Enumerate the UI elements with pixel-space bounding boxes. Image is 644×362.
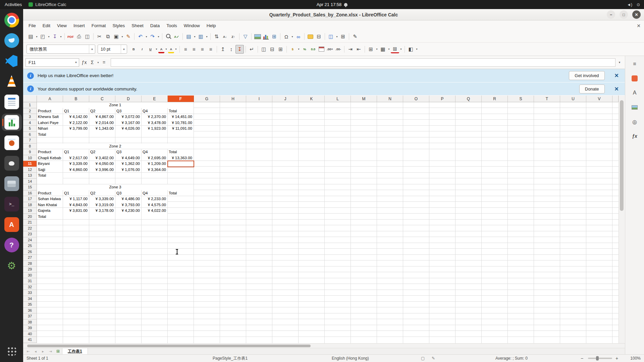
- save-dropdown[interactable]: ▾: [59, 35, 63, 38]
- find-replace-icon[interactable]: [164, 32, 172, 41]
- cell-B9[interactable]: Q1: [63, 149, 89, 155]
- insert-special-character-dropdown[interactable]: ▾: [290, 35, 294, 38]
- cell-F2[interactable]: Total: [168, 108, 194, 114]
- row-header-17[interactable]: 17: [23, 196, 37, 202]
- cell-B3[interactable]: ¥ 4,142.00: [63, 114, 89, 120]
- print-icon[interactable]: ⎙: [75, 32, 83, 41]
- cell-B10[interactable]: ¥ 2,617.00: [63, 155, 89, 161]
- cell-E4[interactable]: ¥ 3,478.00: [142, 120, 167, 126]
- row-header-31[interactable]: 31: [23, 278, 37, 284]
- row-header-9[interactable]: 9: [23, 149, 37, 155]
- column-header-U[interactable]: U: [560, 96, 586, 102]
- font-name-combobox[interactable]: 微软雅黑 ▾: [26, 45, 95, 54]
- sort-ascending-icon[interactable]: A↓: [221, 32, 229, 41]
- wrap-text-icon[interactable]: ↵: [248, 45, 256, 54]
- row-header-13[interactable]: 13: [23, 173, 37, 179]
- column-header-G[interactable]: G: [194, 96, 220, 102]
- clone-formatting-icon[interactable]: ✎: [124, 32, 132, 41]
- name-box-dropdown[interactable]: ▾: [73, 61, 79, 64]
- row-header-21[interactable]: 21: [23, 220, 37, 226]
- freeze-rows-columns-icon[interactable]: ◫: [327, 32, 335, 41]
- row-header-15[interactable]: 15: [23, 184, 37, 190]
- row-dropdown[interactable]: ▾: [193, 35, 197, 38]
- menu-insert[interactable]: Insert: [70, 22, 88, 29]
- open-dropdown[interactable]: ▾: [47, 35, 51, 38]
- cell-D18[interactable]: ¥ 3,793.00: [115, 202, 141, 208]
- cell-A6[interactable]: Total: [37, 132, 63, 137]
- gimp-icon[interactable]: [2, 155, 22, 172]
- column-header-Q[interactable]: Q: [455, 96, 482, 102]
- navigator-icon[interactable]: ◎: [630, 117, 640, 127]
- menu-view[interactable]: View: [54, 22, 70, 29]
- styles-icon[interactable]: A: [630, 88, 640, 98]
- settings-icon[interactable]: ⚙: [2, 257, 22, 274]
- border-color-icon[interactable]: ⊞: [391, 46, 399, 53]
- bold-icon[interactable]: B: [129, 45, 138, 54]
- previous-sheet-icon[interactable]: ◂: [32, 349, 39, 354]
- cell-F5[interactable]: ¥ 11,091.00: [168, 126, 194, 131]
- row-header-37[interactable]: 37: [23, 313, 37, 319]
- cell-E19[interactable]: ¥ 4,022.00: [142, 208, 167, 214]
- row-header-20[interactable]: 20: [23, 214, 37, 220]
- cell-D16[interactable]: Q3: [115, 190, 141, 196]
- activities-button[interactable]: Activities: [5, 2, 22, 7]
- show-applications-icon[interactable]: [2, 343, 22, 360]
- conditional-formatting-icon[interactable]: ◧: [407, 45, 415, 54]
- cell-B16[interactable]: Q1: [63, 190, 89, 196]
- formula-input[interactable]: [111, 58, 615, 67]
- decrease-indent-icon[interactable]: ⇤: [355, 45, 363, 54]
- maximize-button[interactable]: □: [620, 10, 628, 19]
- menu-edit[interactable]: Edit: [39, 22, 54, 29]
- row-header-29[interactable]: 29: [23, 266, 37, 273]
- cell-C17[interactable]: ¥ 3,339.00: [89, 196, 115, 202]
- underline-icon[interactable]: U: [146, 45, 155, 54]
- zoom-out-button[interactable]: −: [581, 356, 583, 361]
- row-header-30[interactable]: 30: [23, 273, 37, 279]
- column-header-V[interactable]: V: [586, 96, 612, 102]
- cell-C4[interactable]: ¥ 2,014.00: [89, 120, 115, 126]
- column-icon[interactable]: ▥: [197, 32, 205, 41]
- cell-E5[interactable]: ¥ 1,923.00: [142, 126, 167, 131]
- column-header-B[interactable]: B: [63, 96, 89, 102]
- row-header-8[interactable]: 8: [23, 143, 37, 149]
- next-sheet-icon[interactable]: ▸: [39, 349, 47, 354]
- cell-B4[interactable]: ¥ 2,122.00: [63, 120, 89, 126]
- row-header-36[interactable]: 36: [23, 308, 37, 314]
- cell-A10[interactable]: Chapli Kebab: [37, 155, 63, 161]
- cell-C18[interactable]: ¥ 3,319.00: [89, 202, 115, 208]
- spelling-icon[interactable]: A✓: [172, 32, 181, 41]
- row-header-18[interactable]: 18: [23, 202, 37, 208]
- undo-icon[interactable]: ↶: [136, 32, 145, 41]
- cell-E2[interactable]: Q4: [142, 108, 167, 114]
- row-header-2[interactable]: 2: [23, 108, 37, 114]
- row-header-19[interactable]: 19: [23, 208, 37, 214]
- format-as-currency-dropdown[interactable]: ▾: [297, 48, 301, 51]
- donate-button[interactable]: Donate: [579, 84, 605, 94]
- cell-C16[interactable]: Q2: [89, 190, 115, 196]
- border-style-icon[interactable]: ▦: [379, 45, 387, 54]
- column-header-M[interactable]: M: [351, 96, 377, 102]
- sort-descending-icon[interactable]: Z↑: [229, 32, 237, 41]
- borders-dropdown[interactable]: ▾: [375, 48, 379, 51]
- ubuntu-software-icon[interactable]: A: [2, 216, 22, 233]
- cell-F4[interactable]: ¥ 10,781.00: [168, 120, 194, 126]
- new-document-dropdown[interactable]: ▾: [35, 35, 39, 38]
- center-vertically-icon[interactable]: ↕: [227, 45, 235, 54]
- cell-D4[interactable]: ¥ 3,167.00: [115, 120, 141, 126]
- row-header-32[interactable]: 32: [23, 284, 37, 290]
- merged-cell-row15[interactable]: Zone 3: [37, 184, 194, 190]
- minimize-button[interactable]: −: [607, 10, 615, 19]
- cell-D2[interactable]: Q3: [115, 108, 141, 114]
- cut-icon[interactable]: ✂: [95, 32, 104, 41]
- close-button[interactable]: ✕: [632, 10, 641, 19]
- cell-E10[interactable]: ¥ 2,695.00: [142, 155, 167, 161]
- close-document-icon[interactable]: ✕: [637, 23, 641, 28]
- cell-C3[interactable]: ¥ 4,867.00: [89, 114, 115, 120]
- new-document-icon[interactable]: ▤: [26, 32, 35, 41]
- column-header-P[interactable]: P: [429, 96, 455, 102]
- format-as-percent-icon[interactable]: %: [301, 45, 309, 54]
- row-header-11[interactable]: 11: [23, 161, 37, 167]
- print-preview-icon[interactable]: ◫: [83, 32, 92, 41]
- unmerge-cells-icon[interactable]: ⊞: [276, 45, 285, 54]
- merged-cell-row8[interactable]: Zone 2: [37, 143, 194, 149]
